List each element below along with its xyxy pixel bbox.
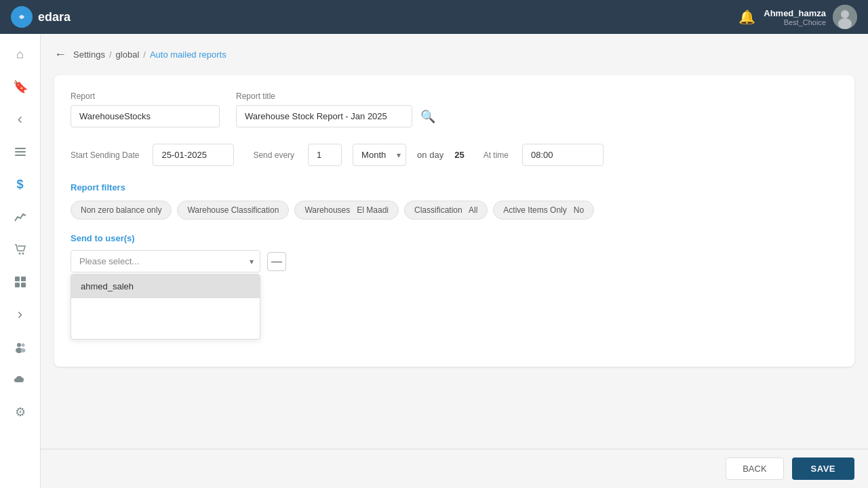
on-day-value: 25 [454, 150, 464, 160]
start-date-input[interactable] [153, 144, 234, 166]
breadcrumb: ← Settings / global / Auto mailed report… [54, 47, 854, 62]
on-day-label: on day [417, 150, 443, 160]
breadcrumb-current: Auto mailed reports [150, 49, 226, 60]
nav-collapse-icon[interactable]: ‹ [7, 106, 34, 133]
report-group: Report [71, 92, 220, 127]
report-title-input-group: 🔍 [236, 105, 438, 127]
svg-point-2 [841, 10, 849, 18]
user-select-wrapper: Please select... ahmed_saleh ▾ [71, 250, 260, 272]
nav-bookmark-icon[interactable]: 🔖 [7, 73, 34, 100]
report-title-label: Report title [236, 92, 438, 101]
breadcrumb-settings[interactable]: Settings [73, 49, 105, 60]
svg-point-3 [838, 18, 852, 29]
footer: BACK SAVE [41, 449, 868, 488]
svg-point-15 [21, 344, 24, 347]
minus-button[interactable]: — [267, 252, 286, 271]
report-input[interactable] [71, 105, 220, 127]
filter-tag-nonzero[interactable]: Non zero balance only [71, 201, 172, 220]
user-company: Best_Choice [764, 18, 826, 26]
start-date-label: Start Sending Date [71, 150, 139, 160]
nav-cloud-icon[interactable] [7, 366, 34, 393]
filters-tags: Non zero balance only Warehouse Classifi… [71, 201, 838, 220]
period-select[interactable]: Month Day Week Year [353, 144, 406, 166]
send-row: Please select... ahmed_saleh ▾ — [71, 250, 838, 272]
save-button[interactable]: SAVE [792, 458, 854, 480]
left-nav: ⌂ 🔖 ‹ $ › ⚙ [0, 34, 41, 488]
nav-cart-icon[interactable] [7, 236, 34, 263]
filters-title: Report filters [71, 182, 838, 192]
at-time-label: At time [484, 150, 509, 160]
svg-point-13 [17, 343, 21, 347]
nav-grid-icon[interactable] [7, 268, 34, 296]
user-profile[interactable]: Ahmed_hamza Best_Choice [764, 5, 857, 29]
report-label: Report [71, 92, 220, 101]
user-select[interactable]: Please select... ahmed_saleh [71, 250, 260, 272]
send-to-users-section: Send to user(s) Please select... ahmed_s… [71, 233, 838, 340]
svg-rect-6 [15, 155, 26, 156]
breadcrumb-sep1: / [109, 49, 112, 60]
logo-icon [11, 6, 33, 28]
user-dropdown-list: ahmed_saleh [71, 274, 260, 340]
nav-dollar-icon[interactable]: $ [7, 171, 34, 198]
schedule-row: Start Sending Date Send every Month Day … [71, 144, 838, 166]
svg-rect-9 [15, 277, 20, 281]
send-every-num-input[interactable] [308, 144, 342, 166]
user-info: Ahmed_hamza Best_Choice [764, 8, 826, 26]
logo[interactable]: edara [11, 6, 71, 28]
filters-section: Report filters Non zero balance only War… [71, 182, 838, 220]
main-card: Report Report title 🔍 [54, 75, 854, 367]
svg-rect-5 [15, 151, 26, 152]
report-title-group: Report title 🔍 [236, 92, 438, 127]
nav-home-icon[interactable]: ⌂ [7, 41, 34, 68]
nav-chart-icon[interactable] [7, 203, 34, 230]
notification-icon[interactable]: 🔔 [738, 9, 755, 25]
send-title: Send to user(s) [71, 233, 838, 243]
dropdown-item-ahmed-saleh[interactable]: ahmed_saleh [71, 274, 260, 298]
topbar: edara 🔔 Ahmed_hamza Best_Choice [0, 0, 868, 34]
at-time-input[interactable] [522, 144, 604, 166]
report-title-input[interactable] [236, 105, 412, 127]
report-title-row: Report Report title 🔍 [71, 92, 838, 127]
filter-tag-classification[interactable]: Classification All [404, 201, 488, 220]
svg-point-7 [18, 253, 20, 255]
svg-point-8 [22, 253, 24, 255]
svg-rect-10 [21, 277, 26, 281]
send-every-label: Send every [253, 150, 294, 160]
topbar-icons: 🔔 Ahmed_hamza Best_Choice [738, 5, 857, 29]
nav-expand-icon[interactable]: › [7, 301, 34, 328]
breadcrumb-global[interactable]: global [116, 49, 140, 60]
page-content: ← Settings / global / Auto mailed report… [41, 34, 868, 449]
breadcrumb-sep2: / [143, 49, 146, 60]
back-button[interactable]: BACK [726, 458, 783, 480]
svg-rect-4 [15, 148, 26, 149]
user-name: Ahmed_hamza [764, 8, 826, 18]
filter-tag-warehouse-class[interactable]: Warehouse Classification [177, 201, 289, 220]
search-button[interactable]: 🔍 [418, 106, 438, 127]
svg-rect-11 [15, 283, 20, 287]
logo-text: edara [38, 10, 71, 24]
nav-people-icon[interactable] [7, 333, 34, 361]
period-select-wrapper: Month Day Week Year [353, 144, 406, 166]
filter-tag-warehouses[interactable]: Warehouses El Maadi [294, 201, 399, 220]
filter-tag-active-items[interactable]: Active Items Only No [493, 201, 594, 220]
svg-rect-12 [21, 283, 26, 287]
nav-settings-icon[interactable]: ⚙ [7, 399, 34, 426]
breadcrumb-back-icon[interactable]: ← [54, 47, 66, 62]
avatar [833, 5, 857, 29]
svg-point-16 [20, 348, 25, 352]
nav-list-icon[interactable] [7, 138, 34, 165]
